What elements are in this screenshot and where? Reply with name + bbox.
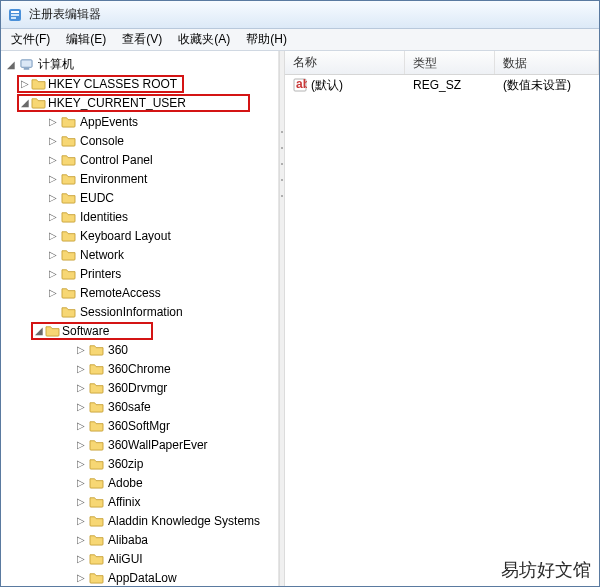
menu-edit[interactable]: 编辑(E)	[60, 29, 112, 50]
expand-icon[interactable]: ▷	[75, 401, 87, 413]
collapse-icon[interactable]: ◢	[5, 59, 17, 71]
folder-icon	[61, 248, 76, 261]
tree-item[interactable]: ▷Affinix	[75, 492, 278, 511]
tree-item[interactable]: ▷Network	[47, 245, 278, 264]
expand-icon[interactable]: ▷	[47, 116, 59, 128]
list-header: 名称 类型 数据	[285, 51, 599, 75]
list-body[interactable]: ab (默认) REG_SZ (数值未设置)	[285, 75, 599, 586]
folder-icon	[89, 571, 104, 584]
tree-label: 计算机	[36, 56, 76, 73]
expand-icon[interactable]: ▷	[47, 192, 59, 204]
tree-label: 360WallPaperEver	[106, 438, 210, 452]
expand-icon[interactable]: ▷	[75, 344, 87, 356]
tree-item[interactable]: ▷360SoftMgr	[75, 416, 278, 435]
tree-hkcu[interactable]: ◢ HKEY_CURRENT_USER	[19, 93, 278, 112]
folder-icon	[31, 77, 46, 90]
tree-item[interactable]: ▷Aladdin Knowledge Systems	[75, 511, 278, 530]
expand-icon[interactable]: ▷	[47, 135, 59, 147]
tree-label: Software	[60, 324, 111, 338]
menu-file[interactable]: 文件(F)	[5, 29, 56, 50]
tree-label: AppDataLow	[106, 571, 179, 585]
expand-icon[interactable]: ▷	[75, 420, 87, 432]
tree-item[interactable]: ▷Identities	[47, 207, 278, 226]
folder-icon	[61, 153, 76, 166]
tree-item[interactable]: ▷AppDataLow	[75, 568, 278, 586]
expand-icon[interactable]: ▷	[75, 534, 87, 546]
svg-text:ab: ab	[296, 78, 307, 91]
tree-software[interactable]: ◢ Software	[33, 321, 278, 340]
tree-item[interactable]: ▷360Chrome	[75, 359, 278, 378]
tree-item[interactable]: ▷SessionInformation	[47, 302, 278, 321]
tree-label: Affinix	[106, 495, 142, 509]
tree-item[interactable]: ▷360Drvmgr	[75, 378, 278, 397]
tree-item[interactable]: ▷Keyboard Layout	[47, 226, 278, 245]
col-header-data[interactable]: 数据	[495, 51, 599, 74]
folder-icon	[61, 172, 76, 185]
expand-icon[interactable]: ▷	[47, 249, 59, 261]
collapse-icon[interactable]: ◢	[19, 97, 31, 109]
tree-pane[interactable]: ◢ 计算机 ▷ HKEY CLASSES ROOT	[1, 51, 279, 586]
folder-icon	[89, 533, 104, 546]
col-header-type[interactable]: 类型	[405, 51, 495, 74]
folder-icon	[45, 324, 60, 337]
folder-icon	[61, 134, 76, 147]
folder-icon	[89, 419, 104, 432]
expand-icon[interactable]: ▷	[47, 268, 59, 280]
expand-icon[interactable]: ▷	[47, 211, 59, 223]
menu-view[interactable]: 查看(V)	[116, 29, 168, 50]
list-row[interactable]: ab (默认) REG_SZ (数值未设置)	[285, 75, 599, 95]
expand-icon[interactable]: ▷	[75, 515, 87, 527]
tree-item[interactable]: ▷AppEvents	[47, 112, 278, 131]
expand-icon[interactable]: ▷	[47, 287, 59, 299]
collapse-icon[interactable]: ◢	[33, 325, 45, 337]
titlebar: 注册表编辑器	[1, 1, 599, 29]
folder-icon	[89, 457, 104, 470]
tree-item[interactable]: ▷Console	[47, 131, 278, 150]
tree-label: Keyboard Layout	[78, 229, 173, 243]
highlight-box: ◢ Software	[31, 322, 153, 340]
expand-icon[interactable]: ▷	[75, 496, 87, 508]
expand-icon[interactable]: ▷	[47, 230, 59, 242]
tree-item[interactable]: ▷360zip	[75, 454, 278, 473]
tree-label: Network	[78, 248, 126, 262]
folder-icon	[61, 115, 76, 128]
folder-icon	[61, 229, 76, 242]
highlight-box: ▷ HKEY CLASSES ROOT	[17, 75, 184, 93]
expand-icon[interactable]: ▷	[75, 363, 87, 375]
tree-item[interactable]: ▷360	[75, 340, 278, 359]
tree-item[interactable]: ▷Control Panel	[47, 150, 278, 169]
expand-icon[interactable]: ▷	[75, 477, 87, 489]
tree-label: AliGUI	[106, 552, 145, 566]
folder-icon	[89, 476, 104, 489]
expand-icon[interactable]: ▷	[75, 572, 87, 584]
expand-icon[interactable]: ▷	[75, 553, 87, 565]
tree-label: 360Chrome	[106, 362, 173, 376]
tree-item[interactable]: ▷Adobe	[75, 473, 278, 492]
folder-icon	[61, 305, 76, 318]
col-header-name[interactable]: 名称	[285, 51, 405, 74]
expand-icon[interactable]: ▷	[19, 78, 31, 90]
tree-item[interactable]: ▷Alibaba	[75, 530, 278, 549]
menu-favorites[interactable]: 收藏夹(A)	[172, 29, 236, 50]
tree-item[interactable]: ▷Printers	[47, 264, 278, 283]
expand-icon[interactable]: ▷	[47, 173, 59, 185]
svg-rect-2	[11, 14, 19, 16]
tree-item[interactable]: ▷AliGUI	[75, 549, 278, 568]
tree-item[interactable]: ▷RemoteAccess	[47, 283, 278, 302]
tree-item[interactable]: ▷360safe	[75, 397, 278, 416]
tree-label: Adobe	[106, 476, 145, 490]
tree-label: 360safe	[106, 400, 153, 414]
menu-help[interactable]: 帮助(H)	[240, 29, 293, 50]
cell-name: (默认)	[311, 77, 343, 94]
expand-icon[interactable]: ▷	[75, 382, 87, 394]
tree-item[interactable]: ▷360WallPaperEver	[75, 435, 278, 454]
tree-label: Environment	[78, 172, 149, 186]
expand-icon[interactable]: ▷	[75, 439, 87, 451]
expand-icon[interactable]: ▷	[47, 154, 59, 166]
tree-item[interactable]: ▷Environment	[47, 169, 278, 188]
expand-icon[interactable]: ▷	[75, 458, 87, 470]
folder-icon	[61, 267, 76, 280]
tree-item[interactable]: ▷EUDC	[47, 188, 278, 207]
tree-root[interactable]: ◢ 计算机	[5, 55, 278, 74]
tree-hkcr[interactable]: ▷ HKEY CLASSES ROOT	[19, 74, 278, 93]
